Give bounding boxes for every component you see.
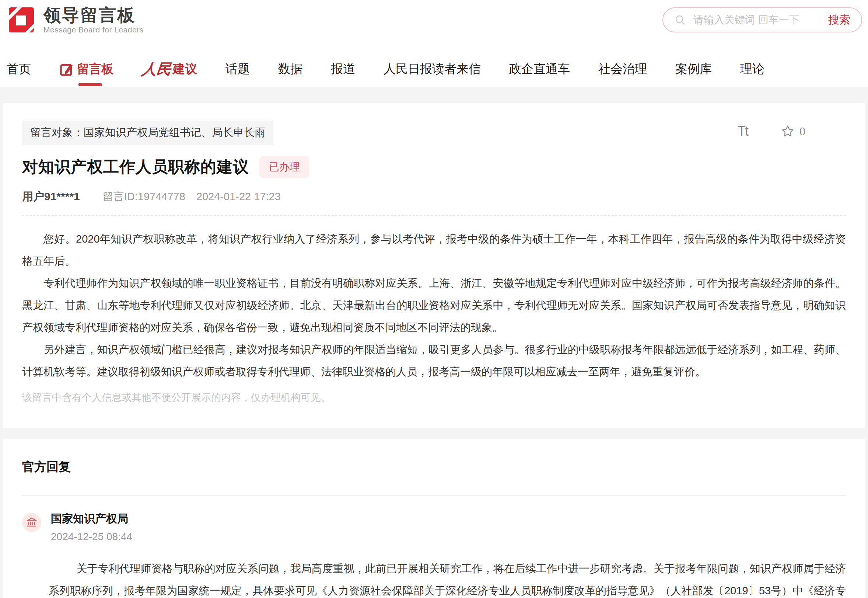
official-reply-card: 官方回复 国家知识产权局 2024-12-25 08:44 关于专利代理师资格与… <box>3 439 865 598</box>
agency-name: 国家知识产权局 <box>51 511 132 526</box>
message-target-tag: 留言对象：国家知识产权局党组书记、局长申长雨 <box>22 121 273 145</box>
star-icon <box>781 125 794 138</box>
reply-section-title: 官方回复 <box>22 459 846 475</box>
reply-separator <box>22 495 846 496</box>
status-badge: 已办理 <box>260 156 309 178</box>
privacy-note: 该留言中含有个人信息或其他不便公开展示的内容，仅办理机构可见。 <box>22 387 846 408</box>
brand-rest: 建议 <box>173 61 197 78</box>
font-size-toggle[interactable]: Tt <box>738 124 748 139</box>
nav-item-reports[interactable]: 报道 <box>331 61 355 78</box>
nav-item-reader-letters[interactable]: 人民日报读者来信 <box>383 61 481 78</box>
nav-item-gov-enterprise[interactable]: 政企直通车 <box>509 61 570 78</box>
search-icon <box>674 14 686 26</box>
message-title: 对知识产权工作人员职称的建议 <box>22 156 249 178</box>
message-id: 留言ID:19744778 <box>103 190 185 204</box>
message-body: 您好。2020年知识产权职称改革，将知识产权行业纳入了经济系列，参与以考代评，报… <box>22 228 846 383</box>
logo-icon <box>6 4 37 35</box>
message-paragraph: 专利代理师作为知识产权领域的唯一职业资格证书，目前没有明确职称对应关系。上海、浙… <box>22 272 846 338</box>
main-nav: 首页 留言板 人民 建议 话题 数据 报道 人民日报读者来信 政企直通车 社会治… <box>0 52 868 87</box>
page-header: 领导留言板 Message Board for Leaders 搜索 <box>0 0 868 52</box>
active-tab-underline <box>78 83 102 86</box>
nav-item-data[interactable]: 数据 <box>278 61 303 78</box>
message-timestamp: 2024-01-22 17:23 <box>196 191 281 203</box>
nav-item-social-governance[interactable]: 社会治理 <box>598 61 647 78</box>
nav-item-case-library[interactable]: 案例库 <box>675 61 712 78</box>
message-card: 留言对象：国家知识产权局党组书记、局长申长雨 Tt 0 对知识产权工作人员职称的… <box>3 103 865 428</box>
message-paragraph: 您好。2020年知识产权职称改革，将知识产权行业纳入了经济系列，参与以考代评，报… <box>22 228 846 272</box>
favorite-count: 0 <box>799 125 805 138</box>
edit-pencil-icon <box>59 62 74 77</box>
nav-item-peoples-suggestion[interactable]: 人民 建议 <box>142 59 197 79</box>
search-input[interactable] <box>694 14 828 26</box>
brand-calligraphy: 人民 <box>141 59 172 79</box>
nav-item-home[interactable]: 首页 <box>7 61 31 78</box>
message-author: 用户91****1 <box>22 189 80 204</box>
nav-item-label: 留言板 <box>77 61 113 78</box>
nav-item-theory[interactable]: 理论 <box>740 61 765 78</box>
government-building-icon <box>26 517 37 528</box>
logo-subtitle: Message Board for Leaders <box>43 25 144 34</box>
reply-body: 关于专利代理师资格与职称的对应关系问题，我局高度重视，此前已开展相关研究工作，将… <box>49 558 846 598</box>
dashed-separator <box>22 215 846 216</box>
logo-title: 领导留言板 <box>43 6 144 25</box>
agency-avatar <box>22 513 41 532</box>
search-box[interactable]: 搜索 <box>662 7 862 33</box>
nav-item-message-board[interactable]: 留言板 <box>59 61 113 78</box>
message-paragraph: 另外建言，知识产权领域门槛已经很高，建议对报考知识产权师的年限适当缩短，吸引更多… <box>22 338 846 383</box>
site-logo[interactable]: 领导留言板 Message Board for Leaders <box>6 4 144 35</box>
reply-timestamp: 2024-12-25 08:44 <box>51 531 132 543</box>
search-button[interactable]: 搜索 <box>828 12 850 28</box>
nav-item-topics[interactable]: 话题 <box>225 61 250 78</box>
favorite-control[interactable]: 0 <box>781 125 805 138</box>
